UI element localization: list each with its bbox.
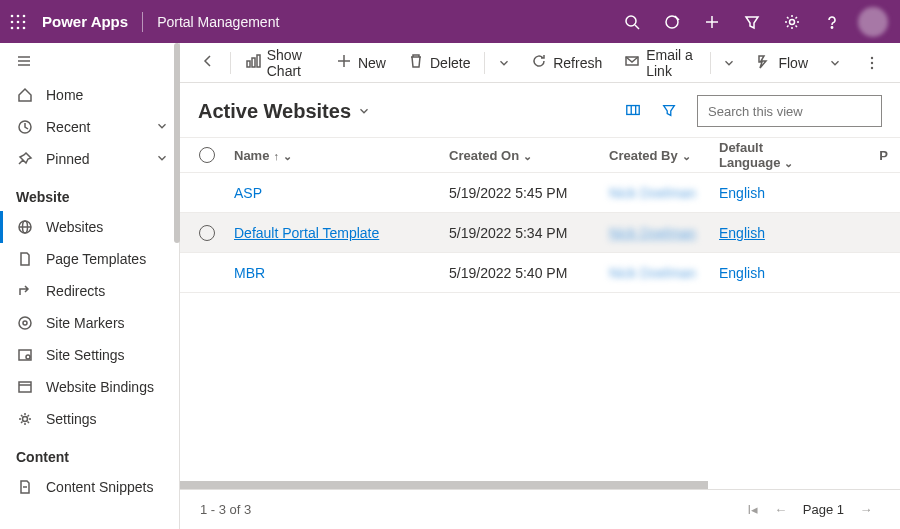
site-settings-icon — [16, 347, 34, 363]
help-icon[interactable] — [812, 0, 852, 43]
column-header-created-on[interactable]: Created On⌄ — [449, 148, 609, 163]
sidebar: Home Recent Pinned Website Websites Page… — [0, 43, 180, 529]
cell-created-by: Nick Doelman — [609, 185, 696, 201]
nav-pinned[interactable]: Pinned — [0, 143, 179, 175]
prev-page-button[interactable]: ← — [767, 496, 795, 524]
cell-language[interactable]: English — [719, 225, 765, 241]
nav-site-settings[interactable]: Site Settings — [0, 339, 179, 371]
column-header-name[interactable]: Name↑⌄ — [234, 148, 449, 163]
email-split-button[interactable] — [714, 47, 744, 79]
nav-home[interactable]: Home — [0, 79, 179, 111]
main-area: Show Chart New Delete Refresh Email a Li… — [180, 43, 900, 529]
marker-icon — [16, 315, 34, 331]
add-icon[interactable] — [692, 0, 732, 43]
svg-point-6 — [11, 26, 14, 29]
back-button[interactable] — [190, 47, 226, 79]
app-launcher-icon[interactable] — [8, 12, 28, 32]
refresh-button[interactable]: Refresh — [521, 47, 612, 79]
sidebar-scrollbar[interactable] — [174, 43, 180, 243]
row-name-link[interactable]: MBR — [234, 265, 265, 281]
top-app-bar: Power Apps Portal Management — [0, 0, 900, 43]
clock-icon — [16, 119, 34, 135]
svg-point-2 — [23, 14, 26, 17]
view-title[interactable]: Active Websites — [198, 100, 371, 123]
nav-label: Settings — [46, 411, 97, 427]
gear-icon — [16, 411, 34, 427]
nav-content-snippets[interactable]: Content Snippets — [0, 471, 179, 503]
svg-point-3 — [11, 20, 14, 23]
nav-recent[interactable]: Recent — [0, 111, 179, 143]
svg-point-40 — [871, 66, 873, 68]
nav-website-bindings[interactable]: Website Bindings — [0, 371, 179, 403]
table-row[interactable]: ASP 5/19/2022 5:45 PM Nick Doelman Engli… — [180, 173, 900, 213]
home-icon — [16, 87, 34, 103]
horizontal-scrollbar-thumb[interactable] — [180, 481, 708, 489]
table-row[interactable]: Default Portal Template 5/19/2022 5:34 P… — [180, 213, 900, 253]
nav-label: Site Settings — [46, 347, 125, 363]
button-label: Delete — [430, 55, 470, 71]
nav-settings[interactable]: Settings — [0, 403, 179, 435]
column-header-language[interactable]: Default Language⌄ — [719, 140, 829, 170]
svg-rect-41 — [627, 105, 639, 114]
next-page-button[interactable]: → — [852, 496, 880, 524]
search-input[interactable] — [706, 103, 878, 120]
cell-language[interactable]: English — [719, 185, 765, 201]
new-button[interactable]: New — [326, 47, 396, 79]
delete-split-button[interactable] — [489, 47, 519, 79]
flow-split-button[interactable] — [820, 47, 850, 79]
snippet-icon — [16, 479, 34, 495]
delete-button[interactable]: Delete — [398, 47, 480, 79]
svg-rect-28 — [19, 382, 31, 392]
nav-site-markers[interactable]: Site Markers — [0, 307, 179, 339]
search-icon[interactable] — [612, 0, 652, 43]
grid-header-row: Name↑⌄ Created On⌄ Created By⌄ Default L… — [180, 137, 900, 173]
nav-label: Site Markers — [46, 315, 125, 331]
button-label: New — [358, 55, 386, 71]
filter-funnel-icon[interactable] — [661, 102, 677, 121]
settings-gear-icon[interactable] — [772, 0, 812, 43]
nav-redirects[interactable]: Redirects — [0, 275, 179, 307]
cell-created-on: 5/19/2022 5:34 PM — [449, 225, 609, 241]
svg-point-0 — [11, 14, 14, 17]
cell-created-on: 5/19/2022 5:45 PM — [449, 185, 609, 201]
nav-label: Recent — [46, 119, 90, 135]
bindings-icon — [16, 379, 34, 395]
overflow-button[interactable] — [854, 47, 890, 79]
avatar[interactable] — [858, 7, 888, 37]
view-header: Active Websites — [180, 83, 900, 137]
cell-created-by: Nick Doelman — [609, 225, 696, 241]
row-name-link[interactable]: ASP — [234, 185, 262, 201]
svg-point-16 — [831, 26, 832, 27]
column-header-created-by[interactable]: Created By⌄ — [609, 148, 719, 163]
horizontal-scrollbar-track[interactable] — [180, 481, 900, 489]
assistant-icon[interactable] — [652, 0, 692, 43]
button-label: Show Chart — [267, 47, 314, 79]
table-row[interactable]: MBR 5/19/2022 5:40 PM Nick Doelman Engli… — [180, 253, 900, 293]
nav-page-templates[interactable]: Page Templates — [0, 243, 179, 275]
search-box[interactable] — [697, 95, 882, 127]
row-checkbox[interactable] — [199, 225, 215, 241]
nav-label: Pinned — [46, 151, 90, 167]
chevron-down-icon — [155, 119, 169, 136]
brand-separator — [142, 12, 143, 32]
svg-point-24 — [19, 317, 31, 329]
svg-rect-32 — [247, 61, 250, 67]
row-name-link[interactable]: Default Portal Template — [234, 225, 379, 241]
show-chart-button[interactable]: Show Chart — [235, 47, 324, 79]
column-header-overflow[interactable]: P — [829, 148, 900, 163]
cell-language[interactable]: English — [719, 265, 765, 281]
collapse-nav-button[interactable] — [0, 43, 179, 79]
nav-label: Redirects — [46, 283, 105, 299]
select-all-checkbox[interactable] — [199, 147, 215, 163]
first-page-button[interactable]: I◂ — [739, 496, 767, 524]
button-label: Flow — [778, 55, 808, 71]
email-link-button[interactable]: Email a Link — [614, 47, 706, 79]
nav-label: Content Snippets — [46, 479, 153, 495]
brand-name: Power Apps — [42, 13, 128, 30]
flow-button[interactable]: Flow — [746, 47, 818, 79]
filter-icon[interactable] — [732, 0, 772, 43]
nav-websites[interactable]: Websites — [0, 211, 179, 243]
button-label: Refresh — [553, 55, 602, 71]
svg-point-4 — [17, 20, 20, 23]
edit-columns-icon[interactable] — [625, 102, 641, 121]
